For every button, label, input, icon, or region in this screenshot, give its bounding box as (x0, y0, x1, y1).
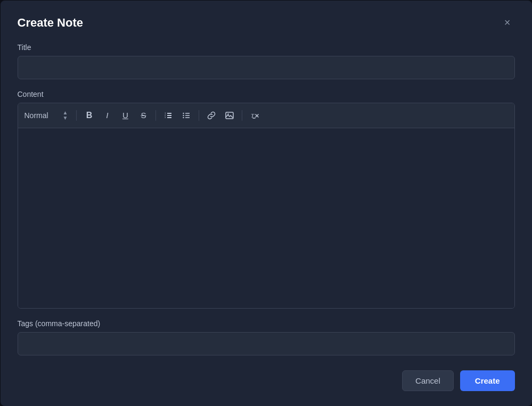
content-label: Content (18, 90, 515, 98)
toolbar-divider-1 (76, 110, 77, 121)
clear-formatting-button[interactable]: T (247, 107, 263, 123)
svg-text:3: 3 (165, 116, 166, 119)
modal-overlay: Create Note × Title Content Normal Headi… (0, 0, 532, 406)
toolbar-divider-2 (155, 110, 156, 121)
bold-button[interactable]: B (81, 107, 97, 123)
content-editor-wrapper: Normal Heading 1 Heading 2 Heading 3 ▲ ▼… (18, 103, 515, 309)
modal-header: Create Note × (18, 15, 515, 30)
svg-point-7 (183, 114, 184, 115)
ordered-list-button[interactable]: 1 2 3 (160, 107, 176, 123)
title-input[interactable] (18, 56, 515, 79)
svg-point-6 (183, 112, 184, 113)
create-note-modal: Create Note × Title Content Normal Headi… (1, 1, 532, 406)
modal-footer: Cancel Create (18, 370, 515, 391)
modal-title: Create Note (18, 16, 83, 30)
toolbar-divider-4 (242, 110, 242, 121)
strikethrough-button[interactable]: S (135, 107, 151, 123)
toolbar-divider-3 (199, 110, 199, 121)
tags-input[interactable] (18, 332, 515, 355)
svg-point-8 (183, 117, 184, 118)
ordered-list-icon: 1 2 3 (164, 111, 173, 120)
italic-button[interactable]: I (99, 107, 115, 123)
unordered-list-icon (182, 111, 191, 120)
image-icon (225, 111, 234, 120)
cancel-button[interactable]: Cancel (402, 370, 454, 391)
content-editor-area[interactable] (18, 128, 514, 308)
title-label: Title (18, 43, 515, 52)
underline-button[interactable]: U (117, 107, 133, 123)
format-select[interactable]: Normal Heading 1 Heading 2 Heading 3 (24, 111, 61, 120)
format-select-wrapper[interactable]: Normal Heading 1 Heading 2 Heading 3 ▲ ▼ (24, 110, 68, 121)
select-arrows-icon: ▲ ▼ (63, 110, 68, 121)
link-icon (207, 111, 216, 120)
tags-label: Tags (comma-separated) (18, 319, 515, 328)
close-button[interactable]: × (500, 15, 515, 30)
unordered-list-button[interactable] (178, 107, 194, 123)
editor-toolbar: Normal Heading 1 Heading 2 Heading 3 ▲ ▼… (18, 103, 514, 128)
clear-formatting-icon: T (250, 111, 259, 120)
image-button[interactable] (222, 107, 238, 123)
link-button[interactable] (203, 107, 219, 123)
create-button[interactable]: Create (460, 370, 515, 391)
svg-text:T: T (251, 112, 255, 119)
